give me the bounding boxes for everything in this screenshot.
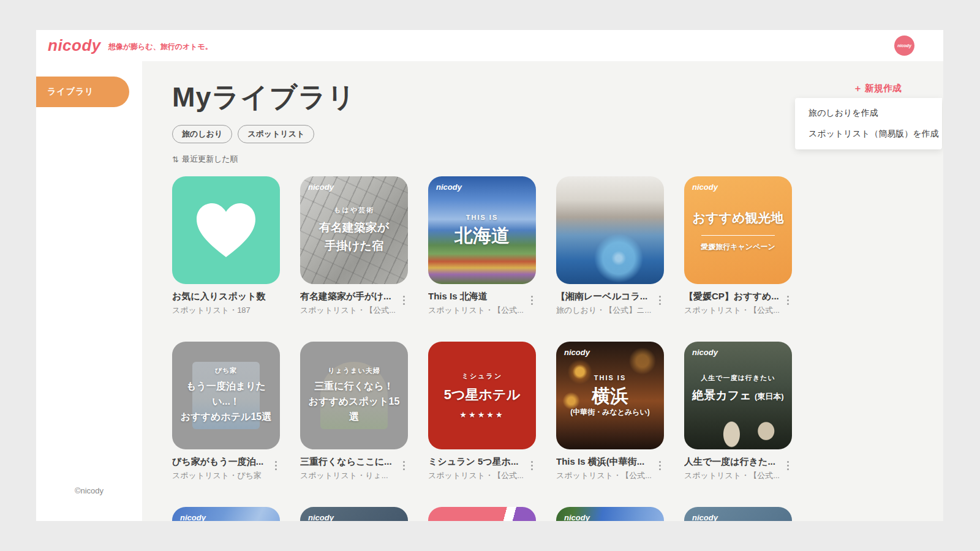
overlay-title: 絶景カフェ	[692, 389, 751, 402]
sort-label: 最近更新した順	[182, 154, 238, 165]
library-card-partial: nicody	[300, 507, 408, 521]
nicody-watermark: nicody	[692, 348, 718, 357]
nicody-watermark: nicody	[692, 513, 718, 521]
card-thumbnail[interactable]: nicody	[300, 507, 408, 521]
overlay-subtitle: (中華街・みなとみらい)	[570, 407, 650, 418]
nicody-watermark: nicody	[564, 513, 590, 521]
card-menu-button[interactable]	[527, 456, 536, 481]
card-thumbnail[interactable]: nicody	[684, 507, 792, 521]
library-card: nicody 人生で一度は行きたい 絶景カフェ (東日本) 人生で一度は行きた.…	[684, 342, 792, 481]
card-subtitle: スポットリスト・【公式...	[684, 470, 783, 481]
overlay-title2: 手掛けた宿	[325, 237, 383, 255]
overlay-subtitle: 愛媛旅行キャンペーン	[701, 242, 775, 252]
overlay-title: 北海道	[454, 225, 510, 247]
card-thumbnail[interactable]: ぴち家 もう一度泊まりたい...！ おすすめホテル15選	[172, 342, 280, 449]
sort-control[interactable]: ⇅ 最近更新した順	[172, 154, 943, 165]
card-grid: お気に入りスポット数 スポットリスト・187 nicody もはや芸術 有名建築…	[172, 176, 943, 521]
overlay-title2: おすすめスポット15選	[304, 394, 404, 425]
library-card: nicody もはや芸術 有名建築家が 手掛けた宿 有名建築家が手がけ... ス…	[300, 176, 408, 316]
card-thumbnail[interactable]: りょうまい夫婦 三重に行くなら！ おすすめスポット15選	[300, 342, 408, 449]
new-create-button[interactable]: ＋ 新規作成	[853, 83, 902, 94]
app-window: nicody 想像が膨らむ、旅行のオトモ。 nicody ライブラリ ©nico…	[36, 30, 943, 521]
menu-item-create-shiori[interactable]: 旅のしおりを作成	[795, 103, 942, 124]
card-title: 人生で一度は行きた...	[684, 456, 783, 468]
card-title: 有名建築家が手がけ...	[300, 291, 399, 302]
filter-chip-shiori[interactable]: 旅のしおり	[172, 125, 232, 143]
overlay-title-suffix: (東日本)	[755, 392, 784, 401]
library-card: 【湘南レーベルコラ... 旅のしおり・【公式】ニ...	[556, 176, 664, 316]
card-subtitle: スポットリスト・【公式...	[300, 305, 399, 316]
overlay-tag: 人生で一度は行きたい	[701, 373, 775, 383]
nicody-watermark: nicody	[692, 182, 718, 192]
overlay-title2: おすすめホテル15選	[181, 410, 271, 425]
library-card-partial	[428, 507, 536, 521]
card-thumbnail[interactable]: nicody もはや芸術 有名建築家が 手掛けた宿	[300, 176, 408, 284]
sidebar: ライブラリ ©nicody	[36, 61, 142, 521]
overlay-title: 5つ星ホテル	[444, 384, 520, 405]
card-thumbnail[interactable]	[556, 176, 664, 284]
card-thumbnail[interactable]: ミシュラン 5つ星ホテル ★★★★★	[428, 342, 536, 449]
overlay-tag: もはや芸術	[334, 206, 374, 215]
card-menu-button[interactable]	[655, 456, 664, 481]
card-subtitle: スポットリスト・【公式...	[428, 305, 527, 316]
overlay-tag: THIS IS	[466, 214, 499, 221]
card-title: ぴち家がもう一度泊...	[172, 456, 271, 468]
card-subtitle: 旅のしおり・【公式】ニ...	[556, 305, 655, 316]
star-rating: ★★★★★	[459, 410, 504, 419]
card-title: 三重行くならここに...	[300, 456, 399, 468]
overlay-title: 有名建築家が	[319, 219, 389, 236]
avatar[interactable]: nicody	[894, 36, 914, 56]
library-card: ぴち家 もう一度泊まりたい...！ おすすめホテル15選 ぴち家がもう一度泊..…	[172, 342, 280, 481]
overlay-tag: THIS IS	[594, 374, 627, 381]
card-subtitle: スポットリスト・【公式...	[684, 305, 783, 316]
header: nicody 想像が膨らむ、旅行のオトモ。 nicody	[36, 30, 943, 61]
overlay-title: 三重に行くなら！	[314, 379, 394, 394]
sort-arrows-icon: ⇅	[172, 155, 179, 164]
card-thumbnail[interactable]: nicody THIS IS 北海道	[428, 176, 536, 284]
card-thumbnail[interactable]: nicody THIS IS 横浜 (中華街・みなとみらい)	[556, 342, 664, 449]
card-thumbnail[interactable]: nicody 人生で一度は行きたい 絶景カフェ (東日本)	[684, 342, 792, 449]
library-card: nicody THIS IS 北海道 This Is 北海道 スポットリスト・【…	[428, 176, 536, 316]
card-thumbnail[interactable]: nicody おすすめ観光地 愛媛旅行キャンペーン	[684, 176, 792, 284]
card-subtitle: スポットリスト・【公式...	[556, 470, 655, 481]
card-title: This Is 横浜(中華街...	[556, 456, 655, 468]
library-card: ミシュラン 5つ星ホテル ★★★★★ ミシュラン 5つ星ホ... スポットリスト…	[428, 342, 536, 481]
card-thumbnail[interactable]: nicody	[172, 507, 280, 521]
library-card: nicody おすすめ観光地 愛媛旅行キャンペーン 【愛媛CP】おすすめ... …	[684, 176, 792, 316]
nicody-watermark: nicody	[308, 513, 334, 521]
library-card: りょうまい夫婦 三重に行くなら！ おすすめスポット15選 三重行くならここに..…	[300, 342, 408, 481]
card-menu-button[interactable]	[783, 291, 792, 316]
card-thumbnail[interactable]	[428, 507, 536, 521]
sidebar-item-label: ライブラリ	[47, 86, 94, 97]
filter-chip-spotlist[interactable]: スポットリスト	[238, 125, 314, 143]
card-thumbnail[interactable]: nicody	[556, 507, 664, 521]
card-menu-button[interactable]	[399, 456, 408, 481]
card-menu-button[interactable]	[527, 291, 536, 316]
avatar-label: nicody	[897, 43, 911, 48]
card-title: 【愛媛CP】おすすめ...	[684, 291, 783, 302]
library-card-partial: nicody	[684, 507, 792, 521]
library-card-favorites: お気に入りスポット数 スポットリスト・187	[172, 176, 280, 316]
library-card: nicody THIS IS 横浜 (中華街・みなとみらい) This Is 横…	[556, 342, 664, 481]
heart-icon	[194, 201, 258, 260]
overlay-title: 横浜	[592, 385, 628, 407]
menu-item-create-spotlist[interactable]: スポットリスト（簡易版）を作成	[795, 124, 942, 144]
nicody-watermark: nicody	[180, 513, 206, 521]
card-menu-button[interactable]	[271, 456, 280, 481]
library-card-partial: nicody	[556, 507, 664, 521]
card-subtitle: スポットリスト・【公式...	[428, 470, 527, 481]
overlay-tag: ぴち家	[215, 366, 238, 375]
sidebar-item-library[interactable]: ライブラリ	[36, 77, 129, 107]
tagline: 想像が膨らむ、旅行のオトモ。	[108, 39, 213, 52]
copyright: ©nicody	[36, 486, 142, 495]
card-menu-button[interactable]	[655, 291, 664, 316]
overlay-tag: りょうまい夫婦	[328, 366, 380, 375]
card-title: 【湘南レーベルコラ...	[556, 291, 655, 302]
card-thumbnail[interactable]	[172, 176, 280, 284]
card-subtitle: スポットリスト・りょ...	[300, 470, 399, 481]
card-menu-button[interactable]	[399, 291, 408, 316]
card-title: This Is 北海道	[428, 291, 527, 302]
card-menu-button[interactable]	[783, 456, 792, 481]
overlay-title: おすすめ観光地	[693, 208, 784, 228]
nicody-logo[interactable]: nicody	[48, 36, 101, 55]
